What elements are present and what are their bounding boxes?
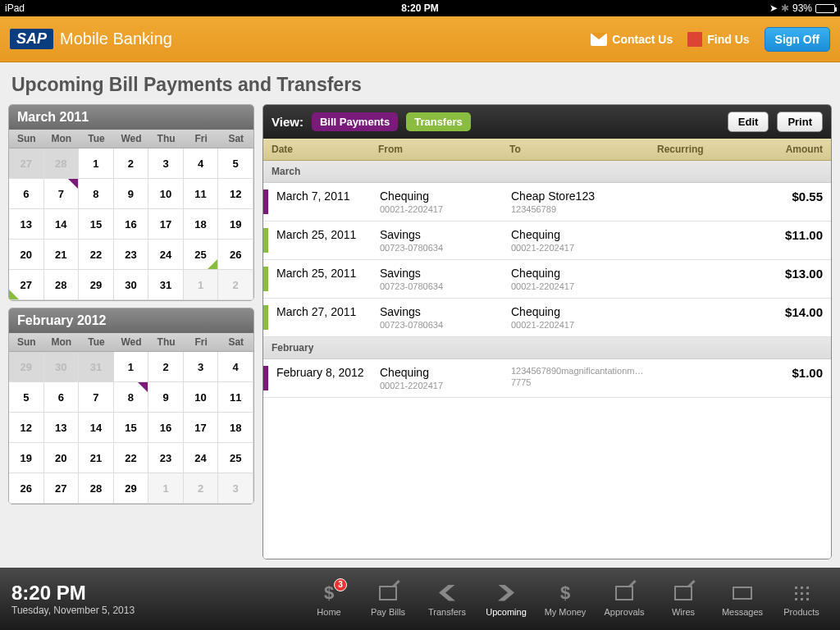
calendar-day[interactable]: 13 (44, 413, 80, 443)
calendar-day[interactable]: 20 (44, 443, 80, 473)
calendar-day[interactable]: 23 (114, 240, 149, 270)
calendar-day[interactable]: 1 (79, 148, 114, 179)
edit-button[interactable]: Edit (728, 112, 769, 132)
sign-off-button[interactable]: Sign Off (765, 27, 830, 52)
calendar-day[interactable]: 3 (148, 148, 184, 179)
nav-transfers[interactable]: Transfers (420, 582, 474, 617)
calendar-day[interactable]: 17 (184, 413, 219, 443)
calendar-day[interactable]: 1 (114, 352, 149, 382)
calendar-day[interactable]: 10 (184, 382, 219, 413)
print-button[interactable]: Print (777, 112, 823, 132)
calendar-day[interactable]: 9 (148, 382, 184, 413)
nav-wires[interactable]: Wires (656, 582, 710, 617)
calendar-day[interactable]: 28 (44, 270, 80, 300)
calendar-day[interactable]: 16 (114, 209, 149, 240)
calendar-day[interactable]: 10 (148, 179, 184, 209)
calendar-title: March 2011 (9, 105, 253, 130)
calendar-day[interactable]: 4 (218, 352, 253, 382)
calendar-day[interactable]: 27 (9, 148, 44, 179)
nav-label: Approvals (605, 607, 645, 617)
transaction-row[interactable]: March 27, 2011Savings00723-0780634Chequi… (263, 299, 831, 337)
calendar-day[interactable]: 17 (148, 209, 184, 240)
calendar-day[interactable]: 21 (79, 443, 114, 473)
calendar-day[interactable]: 31 (79, 352, 114, 382)
calendar-day[interactable]: 27 (9, 270, 44, 300)
calendar-day[interactable]: 11 (218, 382, 253, 413)
calendar-day[interactable]: 29 (9, 352, 44, 382)
calendar-day[interactable]: 2 (218, 270, 253, 300)
calendar-day[interactable]: 8 (114, 382, 149, 413)
calendar-day[interactable]: 18 (218, 413, 253, 443)
calendar-day[interactable]: 3 (218, 473, 253, 504)
row-to: Chequing00021-2202417 (511, 228, 659, 253)
calendar-day[interactable]: 6 (44, 382, 80, 413)
calendar-day[interactable]: 25 (184, 240, 219, 270)
calendar-day[interactable]: 28 (79, 473, 114, 504)
calendar-day[interactable]: 7 (79, 382, 114, 413)
calendar-day[interactable]: 12 (9, 413, 44, 443)
calendar-day[interactable]: 1 (148, 473, 184, 504)
calendar-day[interactable]: 3 (184, 352, 219, 382)
nav-upcoming[interactable]: Upcoming (479, 582, 533, 617)
calendar-day[interactable]: 2 (148, 352, 184, 382)
calendar-day[interactable]: 28 (44, 148, 80, 179)
calendar-day[interactable]: 5 (9, 382, 44, 413)
col-from: From (378, 144, 509, 155)
find-us-link[interactable]: Find Us (687, 32, 749, 47)
calendar-day[interactable]: 11 (184, 179, 219, 209)
calendar-day[interactable]: 9 (114, 179, 149, 209)
calendar-day[interactable]: 29 (114, 473, 149, 504)
status-device: iPad (5, 2, 281, 14)
calendar-day[interactable]: 14 (44, 209, 80, 240)
calendar-day[interactable]: 22 (114, 443, 149, 473)
transaction-row[interactable]: March 7, 2011Chequing00021-2202417Cheap … (263, 183, 831, 221)
calendar-day[interactable]: 8 (79, 179, 114, 209)
calendar-day[interactable]: 26 (9, 473, 44, 504)
calendar-day[interactable]: 13 (9, 209, 44, 240)
calendar-day[interactable]: 30 (114, 270, 149, 300)
bill-payments-filter[interactable]: Bill Payments (312, 112, 398, 131)
row-type-bar (263, 189, 268, 214)
calendar-day[interactable]: 27 (44, 473, 80, 504)
nav-products[interactable]: Products (774, 582, 829, 617)
calendar-day[interactable]: 19 (218, 209, 253, 240)
calendar-day[interactable]: 21 (44, 240, 80, 270)
calendar-day[interactable]: 16 (148, 413, 184, 443)
calendar-day[interactable]: 1 (184, 270, 219, 300)
nav-icon (729, 582, 756, 605)
transfers-filter[interactable]: Transfers (406, 112, 471, 131)
calendar-panel: March 2011SunMonTueWedThuFriSat272812345… (8, 104, 254, 559)
calendar-day[interactable]: 2 (184, 473, 219, 504)
calendar-day[interactable]: 29 (79, 270, 114, 300)
calendar-day[interactable]: 23 (148, 443, 184, 473)
calendar-day[interactable]: 6 (9, 179, 44, 209)
calendar-day[interactable]: 7 (44, 179, 80, 209)
calendar-day[interactable]: 18 (184, 209, 219, 240)
calendar-day[interactable]: 26 (218, 240, 253, 270)
calendar-day[interactable]: 20 (9, 240, 44, 270)
calendar-day[interactable]: 15 (114, 413, 149, 443)
calendar-day[interactable]: 24 (184, 443, 219, 473)
calendar-day[interactable]: 15 (79, 209, 114, 240)
calendar-day[interactable]: 14 (79, 413, 114, 443)
calendar-day[interactable]: 31 (148, 270, 184, 300)
nav-home[interactable]: $3Home (302, 582, 356, 617)
transaction-row[interactable]: March 25, 2011Savings00723-0780634Chequi… (263, 221, 831, 260)
nav-my-money[interactable]: $My Money (538, 582, 592, 617)
transaction-row[interactable]: February 8, 2012Chequing00021-2202417123… (263, 359, 831, 398)
calendar-day[interactable]: 19 (9, 443, 44, 473)
calendar-day[interactable]: 5 (218, 148, 253, 179)
calendar-day[interactable]: 30 (44, 352, 80, 382)
calendar-day[interactable]: 22 (79, 240, 114, 270)
calendar-day[interactable]: 25 (218, 443, 253, 473)
calendar-day[interactable]: 12 (218, 179, 253, 209)
nav-pay-bills[interactable]: Pay Bills (361, 582, 415, 617)
nav-approvals[interactable]: Approvals (597, 582, 651, 617)
calendar-day[interactable]: 24 (148, 240, 184, 270)
transaction-row[interactable]: March 25, 2011Savings00723-0780634Chequi… (263, 260, 831, 299)
calendar-day[interactable]: 4 (184, 148, 219, 179)
section-header: March (263, 161, 831, 183)
calendar-day[interactable]: 2 (114, 148, 149, 179)
nav-messages[interactable]: Messages (715, 582, 769, 617)
contact-us-link[interactable]: Contact Us (591, 33, 673, 46)
